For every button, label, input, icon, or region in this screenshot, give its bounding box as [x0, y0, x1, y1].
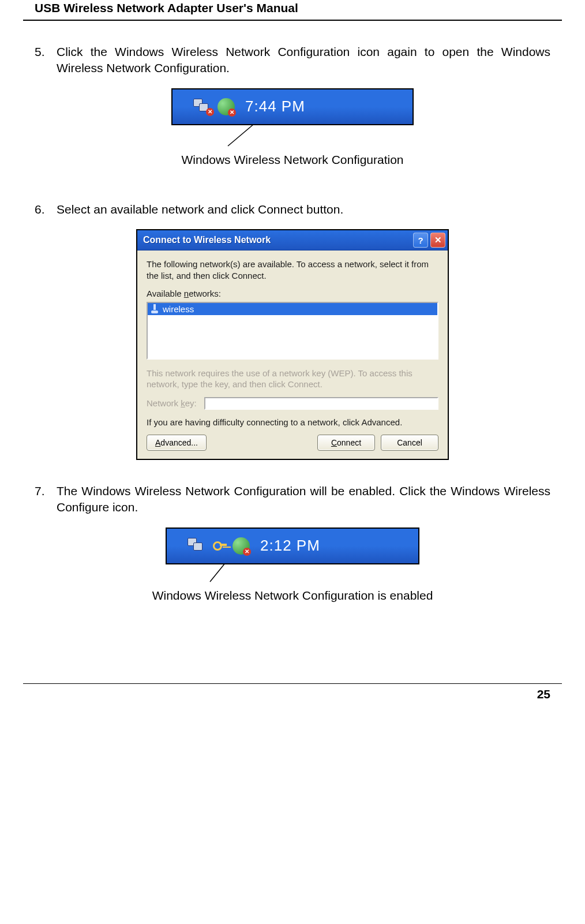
wireless-config-icon[interactable]: ✕	[217, 98, 235, 115]
step-7: 7. The Windows Wireless Network Configur…	[35, 483, 550, 516]
figure-1: ✕ ✕ 7:44 PM	[35, 88, 550, 147]
taskbar-tray-2: ✕ 2:12 PM	[166, 528, 419, 564]
wep-hint-text: This network requires the use of a netwo…	[147, 368, 438, 390]
dialog-title: Connect to Wireless Network	[143, 235, 411, 245]
connect-button[interactable]: Connect	[317, 435, 375, 451]
available-networks-listbox[interactable]: wireless	[147, 302, 438, 360]
x-badge-icon: ✕	[206, 108, 214, 116]
network-disabled-icon[interactable]: ✕	[193, 99, 213, 115]
dialog-titlebar[interactable]: Connect to Wireless Network ? ✕	[137, 230, 448, 250]
step-6: 6. Select an available network and click…	[35, 201, 550, 218]
advanced-button[interactable]: Advanced...	[147, 435, 207, 451]
available-networks-label: Available networks:	[147, 289, 221, 298]
step-5: 5. Click the Windows Wireless Network Co…	[35, 44, 550, 77]
step-7-number: 7.	[35, 483, 57, 516]
svg-line-0	[228, 124, 254, 146]
wireless-config-enabled-icon[interactable]: ✕	[232, 537, 250, 555]
step-7-text: The Windows Wireless Network Configurati…	[57, 483, 550, 516]
figure-1-caption: Windows Wireless Network Configuration	[35, 153, 550, 167]
taskbar-tray-1: ✕ ✕ 7:44 PM	[171, 88, 414, 125]
step-6-text: Select an available network and click Co…	[57, 201, 550, 218]
keys-icon[interactable]	[212, 538, 228, 554]
page-header: USB Wireless Network Adapter User's Manu…	[23, 0, 562, 21]
network-icon[interactable]	[187, 538, 207, 554]
callout-line-2	[208, 563, 231, 583]
svg-line-1	[210, 563, 225, 582]
callout-line-1	[225, 124, 260, 147]
figure-2: ✕ 2:12 PM	[35, 528, 550, 583]
header-title: USB Wireless Network Adapter User's Manu…	[35, 1, 298, 14]
help-button[interactable]: ?	[413, 233, 428, 248]
network-list-item[interactable]: wireless	[148, 303, 437, 315]
network-key-label: Network key:	[147, 398, 198, 408]
taskbar-clock-2: 2:12 PM	[260, 537, 320, 555]
x-badge-icon: ✕	[243, 548, 251, 556]
connect-wireless-dialog: Connect to Wireless Network ? ✕ The foll…	[136, 229, 449, 460]
network-name: wireless	[163, 304, 194, 314]
step-5-number: 5.	[35, 44, 57, 77]
difficulty-text: If you are having difficulty connecting …	[147, 417, 438, 428]
close-button[interactable]: ✕	[430, 233, 445, 248]
step-6-number: 6.	[35, 201, 57, 218]
antenna-icon	[151, 304, 158, 313]
figure-2-caption: Windows Wireless Network Configuration i…	[35, 589, 550, 603]
x-badge-icon: ✕	[228, 109, 236, 117]
dialog-intro-text: The following network(s) are available. …	[147, 259, 438, 281]
network-key-input[interactable]	[204, 397, 438, 410]
cancel-button[interactable]: Cancel	[381, 435, 438, 451]
page-number: 25	[537, 687, 550, 701]
taskbar-clock-1: 7:44 PM	[245, 98, 305, 115]
step-5-text: Click the Windows Wireless Network Confi…	[57, 44, 550, 77]
page-footer: 25	[23, 683, 562, 701]
